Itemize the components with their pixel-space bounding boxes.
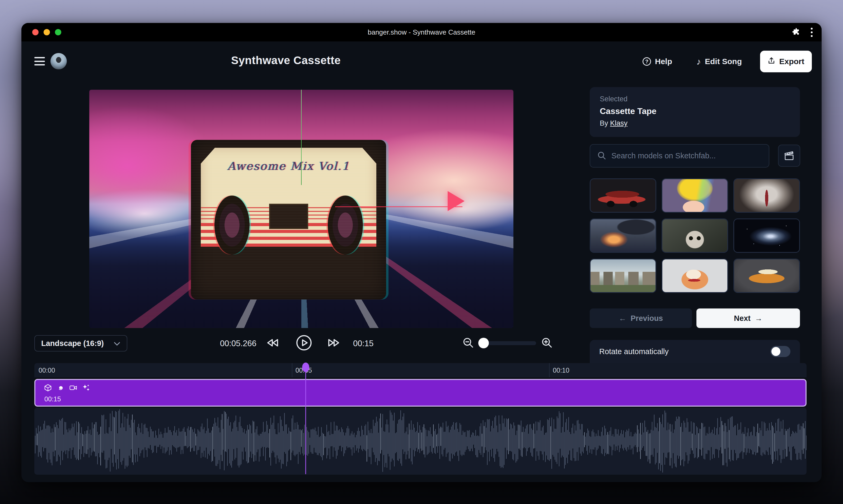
video-preview[interactable]: Awesome Mix Vol.1 [89, 90, 513, 328]
extensions-puzzle-icon[interactable] [792, 27, 801, 37]
clapperboard-button[interactable] [778, 145, 800, 167]
ruler-tick: 00:00 [38, 366, 55, 374]
help-icon: ? [642, 57, 651, 66]
clip-icons [44, 384, 90, 392]
cube-icon [44, 384, 52, 392]
selected-eyebrow: Selected [600, 95, 790, 103]
arrow-right-icon: → [755, 314, 762, 323]
model-thumbnail[interactable] [734, 218, 800, 253]
fast-forward-button[interactable] [327, 337, 340, 350]
music-note-icon: ♪ [696, 56, 701, 67]
rotate-automatically-row: Rotate automatically [590, 340, 800, 363]
play-button[interactable] [296, 335, 312, 352]
chevron-down-icon [114, 339, 120, 348]
clip-duration: 00:15 [45, 395, 61, 403]
model-thumbnail[interactable] [661, 218, 728, 253]
selected-model-author: By Klasy [600, 119, 790, 127]
video-clip[interactable]: 00:15 [34, 379, 807, 407]
next-page-button[interactable]: Next → [696, 308, 800, 328]
model-thumbnail[interactable] [590, 218, 656, 253]
app-window: banger.show - Synthwave Cassette Synthwa… [21, 23, 822, 482]
video-camera-icon [69, 384, 78, 392]
timeline-ruler[interactable]: 00:00 00:05 00:10 [34, 363, 807, 377]
rewind-button[interactable] [266, 337, 279, 350]
model-thumbnail[interactable] [661, 178, 728, 213]
total-time: 00:15 [353, 339, 374, 348]
share-export-icon [768, 57, 775, 67]
sparkles-icon [82, 384, 90, 392]
user-avatar[interactable] [50, 53, 67, 69]
timeline-zoom-slider-knob[interactable] [478, 338, 489, 348]
spiral-icon [56, 384, 65, 392]
audio-waveform[interactable] [34, 408, 807, 475]
rotate-automatically-label: Rotate automatically [599, 347, 669, 356]
author-link[interactable]: Klasy [610, 119, 627, 127]
model-thumbnail[interactable] [734, 178, 800, 213]
zoom-in-icon[interactable] [541, 337, 553, 349]
search-input[interactable] [612, 151, 762, 160]
model-thumbnail[interactable] [734, 258, 800, 293]
ruler-divider [292, 363, 292, 377]
selected-model-card: Selected Cassette Tape By Klasy [590, 87, 800, 137]
zoom-out-icon[interactable] [462, 337, 474, 349]
ruler-tick: 00:10 [553, 366, 569, 374]
edit-song-button[interactable]: ♪ Edit Song [696, 54, 742, 69]
browser-menu-kebab-icon[interactable] [810, 26, 814, 38]
previous-page-button[interactable]: ← Previous [590, 308, 692, 328]
model-grid [590, 178, 800, 293]
ruler-divider [549, 363, 550, 377]
aspect-ratio-dropdown[interactable]: Landscape (16:9) [34, 335, 127, 352]
search-icon [597, 151, 606, 161]
help-button[interactable]: ? Help [642, 54, 672, 69]
window-title: banger.show - Synthwave Cassette [21, 23, 822, 41]
export-button[interactable]: Export [760, 51, 812, 72]
menu-hamburger-button[interactable] [34, 57, 45, 66]
timeline: 00:00 00:05 00:10 00:15 [34, 363, 807, 475]
current-time: 00:05.266 [220, 339, 256, 348]
model-thumbnail[interactable] [590, 258, 656, 293]
desktop-wallpaper: banger.show - Synthwave Cassette Synthwa… [0, 0, 843, 504]
model-search[interactable] [590, 144, 769, 167]
playhead-handle[interactable] [302, 363, 309, 372]
selected-model-name: Cassette Tape [600, 106, 790, 116]
model-thumbnail[interactable] [661, 258, 728, 293]
model-thumbnail[interactable] [590, 178, 656, 213]
scanline-overlay [89, 90, 513, 328]
rotate-automatically-toggle[interactable] [770, 346, 790, 357]
arrow-left-icon: ← [619, 314, 626, 323]
project-title: Synthwave Cassette [231, 54, 341, 67]
window-titlebar: banger.show - Synthwave Cassette [21, 23, 822, 41]
